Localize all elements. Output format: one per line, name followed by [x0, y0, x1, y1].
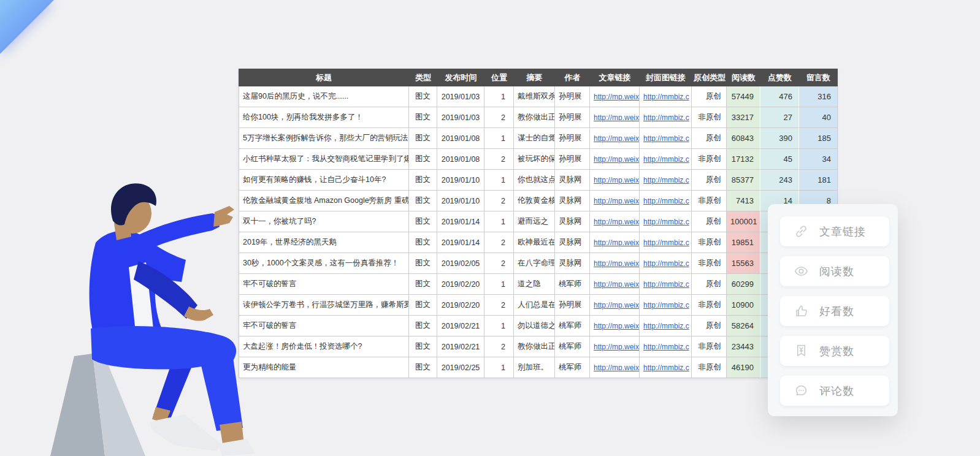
articles-table: 标题类型发布时间位置摘要作者文章链接封面图链接原创类型阅读数点赞数留言数 这届9… [239, 69, 838, 378]
cell-article_link: http://mp.weix [590, 232, 640, 253]
cover-link[interactable]: http://mmbiz.c [643, 197, 689, 205]
article-link[interactable]: http://mp.weix [594, 155, 639, 164]
cell-author: 孙明展 [555, 107, 590, 128]
article-link[interactable]: http://mp.weix [594, 343, 639, 351]
cell-cover_link: http://mmbiz.c [640, 336, 692, 357]
column-header: 文章链接 [590, 69, 640, 86]
menu-item-reward-count[interactable]: 赞赏数 [780, 336, 889, 366]
cover-link[interactable]: http://mmbiz.c [643, 218, 689, 226]
cell-author: 孙明展 [555, 149, 590, 170]
menu-item-like-count[interactable]: 好看数 [780, 296, 889, 326]
cover-link[interactable]: http://mmbiz.c [643, 363, 689, 372]
cell-type: 图文 [409, 211, 437, 232]
column-header: 留言数 [799, 69, 838, 86]
reward-icon [794, 343, 809, 359]
cell-reads: 10900 [727, 295, 760, 316]
cell-title: 伦敦金融城黄金腹地 Amazon Google旁新房 重磅发售 [239, 191, 409, 211]
cell-cover_link: http://mmbiz.c [640, 170, 692, 191]
column-header: 原创类型 [692, 69, 727, 86]
cell-reads: 23443 [727, 336, 760, 357]
table-row: 给你100块，别再给我发拼多多了！图文2019/01/032教你做出正确孙明展h… [239, 107, 838, 128]
column-header: 作者 [555, 69, 590, 86]
article-link[interactable]: http://mp.weix [594, 238, 639, 247]
column-header: 发布时间 [437, 69, 484, 86]
article-link[interactable]: http://mp.weix [594, 259, 639, 268]
cell-original: 非原创 [692, 295, 727, 316]
cell-author: 灵脉网 [555, 170, 590, 191]
cover-link[interactable]: http://mmbiz.c [643, 176, 689, 184]
table-row: 牢不可破的誓言图文2019/02/211勿以道德之名桃军师http://mp.w… [239, 316, 838, 336]
article-link[interactable]: http://mp.weix [594, 322, 639, 330]
cover-link[interactable]: http://mmbiz.c [643, 280, 689, 289]
cover-link[interactable]: http://mmbiz.c [643, 301, 689, 310]
menu-item-read-count[interactable]: 阅读数 [780, 256, 889, 286]
cell-original: 非原创 [692, 253, 727, 274]
cell-cover_link: http://mmbiz.c [640, 295, 692, 316]
cell-title: 给你100块，别再给我发拼多多了！ [239, 107, 409, 128]
cell-comments: 316 [799, 86, 838, 107]
cell-article_link: http://mp.weix [590, 191, 640, 211]
column-header: 类型 [409, 69, 437, 86]
cell-type: 图文 [409, 107, 437, 128]
article-link[interactable]: http://mp.weix [594, 176, 639, 184]
cell-title: 5万字增长案例拆解告诉你，那些大厂的营销玩法不过好 [239, 128, 409, 149]
cell-article_link: http://mp.weix [590, 149, 640, 170]
cover-link[interactable]: http://mmbiz.c [643, 259, 689, 268]
cell-reads: 46190 [727, 357, 760, 378]
cell-type: 图文 [409, 253, 437, 274]
cell-article_link: http://mp.weix [590, 295, 640, 316]
cell-cover_link: http://mmbiz.c [640, 86, 692, 107]
cover-link[interactable]: http://mmbiz.c [643, 93, 689, 101]
cell-cover_link: http://mmbiz.c [640, 253, 692, 274]
article-link[interactable]: http://mp.weix [594, 301, 639, 310]
cell-article_link: http://mp.weix [590, 253, 640, 274]
cover-link[interactable]: http://mmbiz.c [643, 238, 689, 247]
cell-date: 2019/02/21 [437, 336, 484, 357]
cell-title: 大盘起涨！房价走低！投资选哪个? [239, 336, 409, 357]
cell-type: 图文 [409, 170, 437, 191]
cell-type: 图文 [409, 86, 437, 107]
menu-item-comment-count[interactable]: 评论数 [780, 376, 889, 406]
table-row: 牢不可破的誓言图文2019/02/201道之隐桃军师http://mp.weix… [239, 274, 838, 295]
cell-original: 非原创 [692, 232, 727, 253]
cell-original: 原创 [692, 274, 727, 295]
cell-title: 如何更有策略的赚钱，让自己少奋斗10年? [239, 170, 409, 191]
cell-type: 图文 [409, 191, 437, 211]
cell-author: 灵脉网 [555, 232, 590, 253]
column-header: 标题 [239, 69, 409, 86]
cover-link[interactable]: http://mmbiz.c [643, 322, 689, 330]
cover-link[interactable]: http://mmbiz.c [643, 155, 689, 164]
article-link[interactable]: http://mp.weix [594, 197, 639, 205]
cell-reads: 7413 [727, 191, 760, 211]
cell-reads: 17132 [727, 149, 760, 170]
table-row: 5万字增长案例拆解告诉你，那些大厂的营销玩法不过好图文2019/01/081谋士… [239, 128, 838, 149]
cell-date: 2019/01/08 [437, 128, 484, 149]
cell-article_link: http://mp.weix [590, 211, 640, 232]
cell-type: 图文 [409, 316, 437, 336]
cell-cover_link: http://mmbiz.c [640, 274, 692, 295]
cover-link[interactable]: http://mmbiz.c [643, 134, 689, 143]
article-link[interactable]: http://mp.weix [594, 113, 639, 122]
cell-author: 孙明展 [555, 86, 590, 107]
menu-item-article-link[interactable]: 文章链接 [780, 216, 889, 246]
table-row: 伦敦金融城黄金腹地 Amazon Google旁新房 重磅发售图文2019/01… [239, 191, 838, 211]
cell-summary: 戴维斯双杀 [514, 86, 555, 107]
cover-link[interactable]: http://mmbiz.c [643, 113, 689, 122]
cell-summary: 被玩坏的保险 [514, 149, 555, 170]
column-header: 阅读数 [727, 69, 760, 86]
column-header: 封面图链接 [640, 69, 692, 86]
table-row: 读伊顿公学万卷书，行温莎城堡万里路，赚希斯罗机场图文2019/02/202人们总… [239, 295, 838, 316]
cell-likes: 476 [760, 86, 799, 107]
cover-link[interactable]: http://mmbiz.c [643, 343, 689, 351]
article-link[interactable]: http://mp.weix [594, 218, 639, 226]
cell-title: 更为精纯的能量 [239, 357, 409, 378]
article-link[interactable]: http://mp.weix [594, 134, 639, 143]
article-link[interactable]: http://mp.weix [594, 93, 639, 101]
table-body: 这届90后的黑历史，说不完......图文2019/01/031戴维斯双杀孙明展… [239, 86, 838, 378]
cell-author: 桃军师 [555, 274, 590, 295]
article-link[interactable]: http://mp.weix [594, 363, 639, 372]
cell-comments: 181 [799, 170, 838, 191]
cell-author: 桃军师 [555, 336, 590, 357]
article-link[interactable]: http://mp.weix [594, 280, 639, 289]
cell-reads: 85377 [727, 170, 760, 191]
